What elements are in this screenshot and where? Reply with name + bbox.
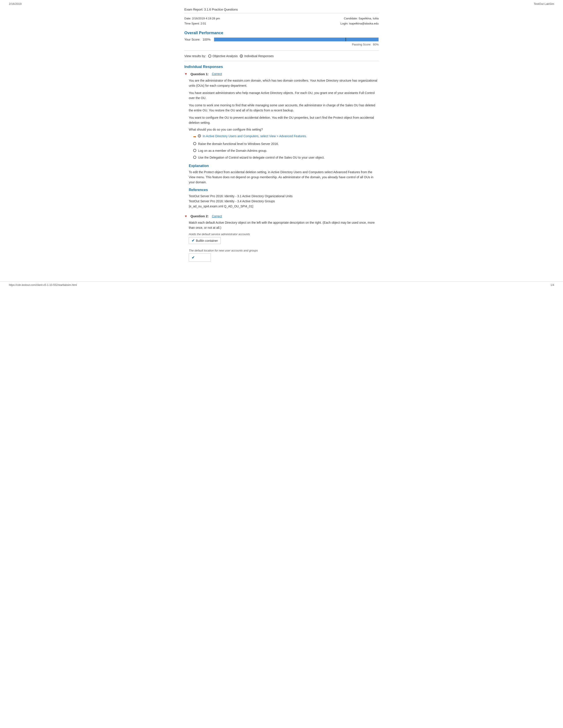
explanation-title: Explanation: [189, 164, 379, 168]
header-date: 2/16/2019: [9, 2, 22, 6]
q1-answer-4: Use the Delegation of Control wizard to …: [193, 155, 379, 160]
q1-answer-2: Raise the domain functional level to Win…: [193, 142, 379, 146]
q1-answer-4-text: Use the Delegation of Control wizard to …: [198, 155, 325, 160]
radio-circle-individual: [240, 54, 243, 58]
passing-score-label: Passing Score: 80%: [184, 43, 379, 46]
your-score-label: Your Score: 100%: [184, 38, 210, 41]
match-1-label: Holds the default service administrator …: [189, 233, 379, 236]
time-row: Time Spent: 2:01: [184, 21, 220, 26]
radio-circle-objective: [208, 54, 211, 58]
q1-answer-2-text: Raise the domain functional level to Win…: [198, 142, 279, 146]
candidate-value: Sapelkina, Iuliia: [359, 17, 379, 20]
collapse-icon-q2[interactable]: ▼: [184, 214, 187, 218]
option2-label: Individual Responses: [244, 54, 273, 58]
individual-responses-title: Individual Responses: [184, 65, 379, 69]
q1-answer-3-text: Log on as a member of the Domain Admins …: [198, 148, 267, 153]
arrow-right-icon: ➡: [193, 134, 196, 139]
q1-answer-1: ➡ In Active Directory Users and Computer…: [193, 134, 379, 139]
q1-prompt: What should you do so you can configure …: [189, 128, 379, 131]
question-1-label: Question 1:: [190, 72, 209, 76]
collapse-icon-q1[interactable]: ▼: [184, 72, 187, 76]
question-1-status: Correct: [212, 72, 222, 76]
match-1-answer-box: ✔ Builtin container: [189, 237, 221, 244]
login-label: Login:: [341, 22, 348, 25]
match-2-label: The default location for new user accoun…: [189, 249, 379, 252]
date-value: 2/16/2019 4:19:28 pm: [192, 17, 220, 20]
question-2-header: ▼ Question 2: Correct: [184, 214, 379, 218]
q1-answer-1-text: In Active Directory Users and Computers,…: [203, 134, 307, 139]
score-bar: [214, 38, 379, 41]
score-value: 100%: [203, 38, 211, 41]
footer-url: https://cdn.testout.com/client-v5-1-10-5…: [9, 283, 77, 287]
explanation-text: To edit the Protect object from accident…: [189, 170, 379, 185]
match-2-answer-box: ✔: [189, 253, 211, 262]
question-1-header: ▼ Question 1: Correct: [184, 72, 379, 76]
page-footer: https://cdn.testout.com/client-v5-1-10-5…: [0, 281, 563, 288]
radio-a3: [193, 149, 196, 152]
q1-explanation: Explanation To edit the Protect object f…: [189, 164, 379, 185]
q2-para-1: Match each default Active Directory obje…: [189, 220, 379, 230]
question-2-status: Correct: [212, 214, 222, 218]
time-value: 2:01: [200, 22, 206, 25]
question-2-block: ▼ Question 2: Correct Match each default…: [184, 214, 379, 263]
radio-individual-responses[interactable]: Individual Responses: [240, 54, 273, 58]
meta-right: Candidate: Sapelkina, Iuliia Login: isap…: [341, 16, 379, 26]
option1-label: Objective Analysis: [212, 54, 238, 58]
q1-para-3: You come to work one morning to find tha…: [189, 103, 379, 113]
date-label: Date:: [184, 17, 191, 20]
page-header: 2/16/2019 TestOut LabSim: [0, 0, 563, 8]
meta-info: Date: 2/16/2019 4:19:28 pm Time Spent: 2…: [184, 16, 379, 26]
q1-para-1: You are the administrator of the eastsim…: [189, 78, 379, 88]
overall-performance-section: Overall Performance Your Score: 100% Pas…: [184, 31, 379, 46]
radio-a1: [198, 134, 201, 137]
view-results-row: View results by: Objective Analysis Indi…: [184, 54, 379, 61]
exam-title: Exam Report: 3.1.6 Practice Questions: [184, 8, 379, 13]
radio-a4: [193, 156, 196, 159]
candidate-label: Candidate:: [344, 17, 358, 20]
date-row: Date: 2/16/2019 4:19:28 pm: [184, 16, 220, 21]
individual-responses-section: Individual Responses ▼ Question 1: Corre…: [184, 65, 379, 263]
meta-left: Date: 2/16/2019 4:19:28 pm Time Spent: 2…: [184, 16, 220, 26]
reference-line-1: TestOut Server Pro 2016: Identity - 3.1 …: [189, 194, 379, 209]
radio-a2: [193, 142, 196, 145]
time-label: Time Spent:: [184, 22, 200, 25]
footer-page: 1/4: [550, 283, 554, 287]
check-icon-1: ✔: [192, 238, 194, 243]
radio-objective-analysis[interactable]: Objective Analysis: [208, 54, 238, 58]
login-row: Login: isapelkina@alaska.edu: [341, 21, 379, 26]
overall-performance-title: Overall Performance: [184, 31, 379, 35]
header-app-name: TestOut LabSim: [534, 2, 554, 6]
login-value: isapelkina@alaska.edu: [349, 22, 379, 25]
score-row: Your Score: 100%: [184, 38, 379, 41]
main-content: Exam Report: 3.1.6 Practice Questions Da…: [175, 8, 388, 277]
q1-references: References TestOut Server Pro 2016: Iden…: [189, 188, 379, 209]
q1-para-4: You want to configure the OU to prevent …: [189, 115, 379, 125]
q1-para-2: You have assistant administrators who he…: [189, 90, 379, 101]
q2-match-1: Holds the default service administrator …: [189, 233, 379, 247]
question-2-label: Question 2:: [190, 214, 209, 218]
candidate-row: Candidate: Sapelkina, Iuliia: [341, 16, 379, 21]
q1-answer-3: Log on as a member of the Domain Admins …: [193, 148, 379, 153]
view-results-label: View results by:: [184, 54, 206, 58]
q2-match-2: The default location for new user accoun…: [189, 249, 379, 263]
check-icon-2: ✔: [192, 255, 194, 260]
passing-score-marker: [346, 38, 346, 41]
score-bar-fill: [214, 38, 379, 41]
match-1-answer: Builtin container: [196, 239, 218, 242]
q1-answers: ➡ In Active Directory Users and Computer…: [193, 134, 379, 160]
question-1-block: ▼ Question 1: Correct You are the admini…: [184, 72, 379, 209]
references-title: References: [189, 188, 379, 192]
